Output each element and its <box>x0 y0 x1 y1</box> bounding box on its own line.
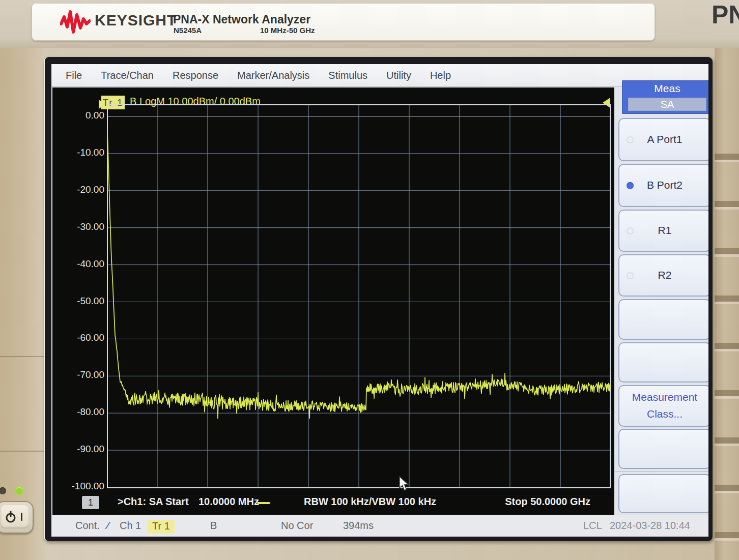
status-bar: Cont. ∕ Ch 1 Tr 1 B No Cor 394ms LCL 202… <box>51 515 708 537</box>
softkey-b-port2[interactable]: B Port2 <box>618 164 708 207</box>
chassis-corner-text: PN <box>712 0 739 36</box>
softkey-label: B Port2 <box>632 177 698 194</box>
status-correction: No Cor <box>281 520 313 532</box>
lcd-screen: File Trace/Chan Response Marker/Analysis… <box>51 64 708 537</box>
menu-stimulus[interactable]: Stimulus <box>328 70 367 81</box>
frequency-range: 10 MHz-50 GHz <box>260 26 315 35</box>
panel-seam <box>0 451 47 452</box>
ref-level-marker-left-icon <box>99 100 105 109</box>
status-receiver: B <box>210 520 217 532</box>
start-value: 10.0000 MHz <box>198 496 259 508</box>
y-axis-label: -50.00 <box>56 296 104 309</box>
y-axis-label: -90.00 <box>56 444 104 457</box>
menu-marker-analysis[interactable]: Marker/Analysis <box>237 70 309 81</box>
y-axis-label: 0.00 <box>56 110 104 123</box>
softkey-menu-subtitle-band: SA <box>628 98 706 111</box>
continuous-sweep-icon: ∕ <box>107 520 108 532</box>
softkey-label: R1 <box>632 222 698 239</box>
menu-file[interactable]: File <box>66 70 82 81</box>
measurement-area: Tr 1 B LogM 10.00dBm/ 0.00dBm 0.00 -10.0… <box>52 87 614 515</box>
status-channel: Ch 1 <box>120 520 141 532</box>
softkey-menu-subtitle: SA <box>628 98 706 111</box>
menu-bar: File Trace/Chan Response Marker/Analysis… <box>51 64 708 87</box>
status-datetime: 2024-03-28 10:44 <box>610 520 690 532</box>
menu-response[interactable]: Response <box>173 70 218 81</box>
brand-name: KEYSIGHT <box>95 12 177 29</box>
softkey-label: A Port1 <box>632 131 698 148</box>
y-axis-label: -100.00 <box>56 481 104 494</box>
status-active-trace: Tr 1 <box>148 520 175 534</box>
model-title: PNA-X Network Analyzer <box>173 13 310 26</box>
radio-icon <box>627 227 634 234</box>
power-icon <box>5 510 17 523</box>
chassis-left-panel <box>0 0 45 560</box>
power-button[interactable] <box>0 501 34 534</box>
rbw-vbw-annotation: RBW 100 kHz/VBW 100 kHz <box>304 496 436 508</box>
menu-trace-chan[interactable]: Trace/Chan <box>101 70 154 81</box>
mouse-cursor-icon <box>399 476 411 492</box>
radio-selected-icon <box>627 182 634 189</box>
softkey-menu-header: Meas SA <box>622 80 708 114</box>
softkey-r1[interactable]: R1 <box>618 210 708 252</box>
softkey-measurement-class[interactable]: Measurement Class... <box>618 385 708 427</box>
grip-ridges <box>715 124 739 541</box>
trace-color-key-icon <box>257 502 270 504</box>
y-axis-label: -80.00 <box>56 406 104 420</box>
softkey-blank-2[interactable] <box>618 342 708 382</box>
radio-icon <box>627 136 634 143</box>
softkey-label: Measurement Class... <box>632 389 698 422</box>
stop-value: Stop 50.0000 GHz <box>505 496 590 508</box>
softkey-r2[interactable]: R2 <box>618 254 708 297</box>
plot-grid <box>107 105 610 488</box>
keysight-spark-icon <box>60 9 91 35</box>
y-axis-label: -10.00 <box>56 147 104 160</box>
sweep-mode: Cont. <box>75 520 100 532</box>
radio-icon <box>627 272 634 279</box>
y-axis-label: -30.00 <box>56 221 104 234</box>
y-axis-label: -20.00 <box>56 184 104 197</box>
panel-seam <box>0 356 44 357</box>
softkey-blank-4[interactable] <box>618 474 708 513</box>
spectrum-plot <box>107 104 611 488</box>
y-axis-label: -70.00 <box>56 369 104 382</box>
start-label: Start <box>165 496 189 508</box>
chassis-side-grip <box>715 48 739 560</box>
softkey-label: R2 <box>632 267 698 284</box>
model-number: N5245A <box>174 26 202 35</box>
y-axis-label: -60.00 <box>56 332 104 345</box>
softkey-separator <box>615 471 708 471</box>
power-led <box>16 487 23 494</box>
status-lcl: LCL <box>583 520 602 532</box>
softkey-blank-3[interactable] <box>618 429 708 469</box>
y-axis-label: -40.00 <box>56 258 104 272</box>
menu-help[interactable]: Help <box>430 70 451 81</box>
softkey-menu-title: Meas <box>622 82 708 95</box>
menu-utility[interactable]: Utility <box>386 70 411 81</box>
status-sweep-time: 394ms <box>343 520 374 532</box>
channel-annotation: >Ch1: SA <box>118 496 163 508</box>
channel-badge: 1 <box>82 496 99 509</box>
softkey-blank-1[interactable] <box>618 299 708 340</box>
power-on-mark <box>21 513 22 521</box>
power-button-face <box>1 505 29 528</box>
instrument-front-panel: KEYSIGHT PNA-X Network Analyzer N5245A 1… <box>0 0 739 560</box>
softkey-a-port1[interactable]: A Port1 <box>618 118 708 161</box>
